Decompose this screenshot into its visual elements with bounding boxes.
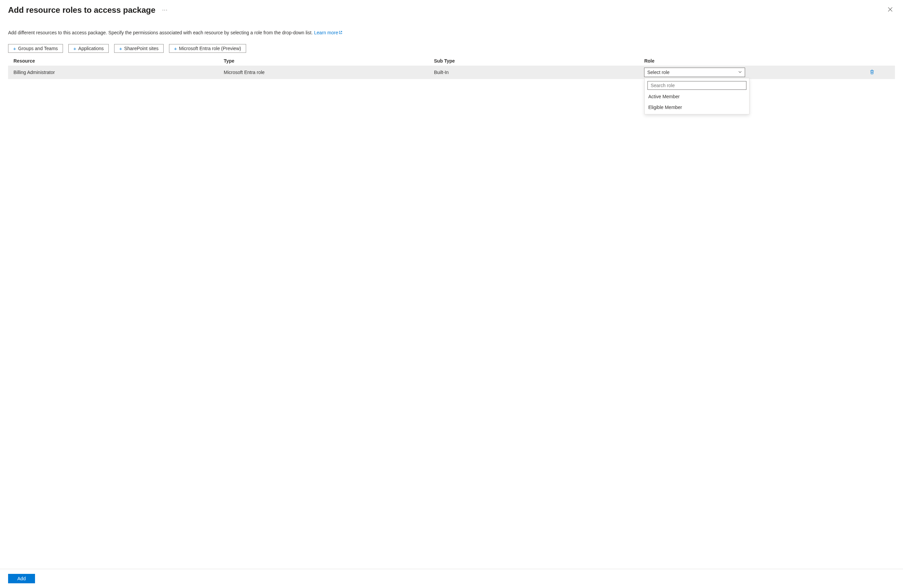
cell-type: Microsoft Entra role xyxy=(223,70,434,75)
column-header-type: Type xyxy=(223,58,434,64)
add-groups-teams-button[interactable]: + Groups and Teams xyxy=(8,44,63,53)
role-select-placeholder: Select role xyxy=(647,70,669,75)
column-header-subtype: Sub Type xyxy=(434,58,644,64)
chevron-down-icon xyxy=(738,70,742,75)
resource-button-row: + Groups and Teams + Applications + Shar… xyxy=(0,38,903,56)
table-header-row: Resource Type Sub Type Role xyxy=(8,56,895,66)
add-applications-button[interactable]: + Applications xyxy=(68,44,109,53)
trash-icon xyxy=(869,69,875,75)
plus-icon: + xyxy=(73,46,76,52)
role-option-eligible-member[interactable]: Eligible Member xyxy=(645,102,749,113)
add-button[interactable]: Add xyxy=(8,574,35,583)
learn-more-link[interactable]: Learn more xyxy=(314,30,343,35)
button-label: Microsoft Entra role (Preview) xyxy=(179,46,241,51)
role-select-dropdown[interactable]: Select role Active Member Eligible Membe… xyxy=(644,67,745,77)
page-title: Add resource roles to access package xyxy=(8,5,156,15)
column-header-role: Role xyxy=(644,58,854,64)
column-header-resource: Resource xyxy=(13,58,223,64)
button-label: Applications xyxy=(79,46,104,51)
description-area: Add different resources to this access p… xyxy=(0,18,903,38)
close-button[interactable] xyxy=(886,5,895,15)
add-sharepoint-sites-button[interactable]: + SharePoint sites xyxy=(114,44,164,53)
plus-icon: + xyxy=(174,46,177,52)
cell-resource: Billing Administrator xyxy=(13,70,223,75)
description-text: Add different resources to this access p… xyxy=(8,30,314,35)
learn-more-label: Learn more xyxy=(314,30,338,35)
external-link-icon xyxy=(339,31,342,34)
cell-subtype: Built-In xyxy=(434,70,644,75)
delete-row-button[interactable] xyxy=(868,69,875,76)
role-dropdown-panel: Active Member Eligible Member xyxy=(644,78,749,114)
plus-icon: + xyxy=(119,46,122,52)
plus-icon: + xyxy=(13,46,16,52)
add-entra-role-button[interactable]: + Microsoft Entra role (Preview) xyxy=(169,44,246,53)
role-search-input[interactable] xyxy=(647,81,746,90)
button-label: Groups and Teams xyxy=(18,46,58,51)
table-row: Billing Administrator Microsoft Entra ro… xyxy=(8,66,895,79)
button-label: SharePoint sites xyxy=(124,46,159,51)
close-icon xyxy=(887,7,893,12)
more-options-icon[interactable]: ··· xyxy=(162,7,168,13)
role-option-active-member[interactable]: Active Member xyxy=(645,91,749,102)
